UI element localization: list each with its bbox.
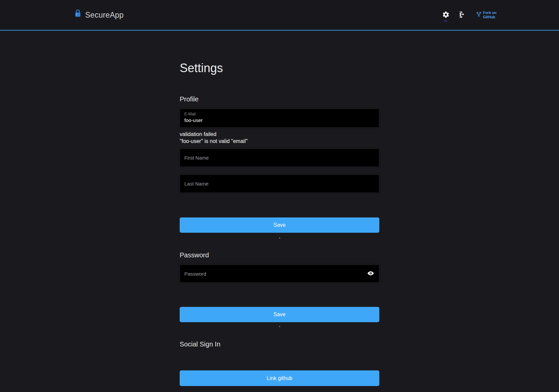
loading-dot: [279, 326, 280, 327]
password-section-title: Password: [180, 251, 379, 259]
link-github-button[interactable]: Link github: [180, 370, 379, 386]
save-password-button[interactable]: Save: [180, 307, 379, 322]
email-field-label: E-Mail: [184, 112, 375, 116]
last-name-input[interactable]: [180, 175, 379, 193]
email-field[interactable]: E-Mail foo-user: [180, 109, 379, 128]
social-section-title: Social Sign In: [180, 340, 379, 348]
logout-icon: [458, 11, 465, 19]
git-fork-icon: [476, 11, 481, 19]
save-profile-button[interactable]: Save: [180, 217, 379, 233]
email-field-value: foo-user: [184, 117, 375, 123]
logout-button[interactable]: [457, 11, 466, 19]
password-field-wrapper: [180, 265, 379, 283]
settings-page: Settings Profile E-Mail foo-user validat…: [180, 61, 379, 386]
page-title: Settings: [180, 61, 379, 75]
validation-error-line1: validation failed: [180, 131, 379, 138]
settings-button[interactable]: [442, 11, 450, 19]
lock-icon: [74, 11, 82, 19]
app-title: SecureApp: [85, 11, 124, 20]
eye-icon: [367, 270, 374, 278]
toggle-password-visibility-button[interactable]: [367, 270, 374, 277]
loading-dot: [279, 237, 280, 239]
validation-error: validation failed "foo-user" is not vali…: [180, 131, 379, 145]
validation-error-line2: "foo-user" is not valid "email": [180, 138, 379, 145]
app-header: SecureApp: [0, 0, 559, 31]
fork-on-github-link[interactable]: Fork on GitHub: [476, 11, 496, 19]
gear-icon: [442, 11, 450, 19]
app-brand: SecureApp: [74, 11, 124, 20]
first-name-input[interactable]: [180, 149, 379, 167]
fork-link-label: Fork on GitHub: [483, 11, 496, 19]
password-input[interactable]: [180, 265, 379, 283]
header-actions: Fork on GitHub: [442, 11, 496, 19]
profile-section-title: Profile: [180, 95, 379, 103]
gear-active-indicator: [444, 21, 447, 21]
